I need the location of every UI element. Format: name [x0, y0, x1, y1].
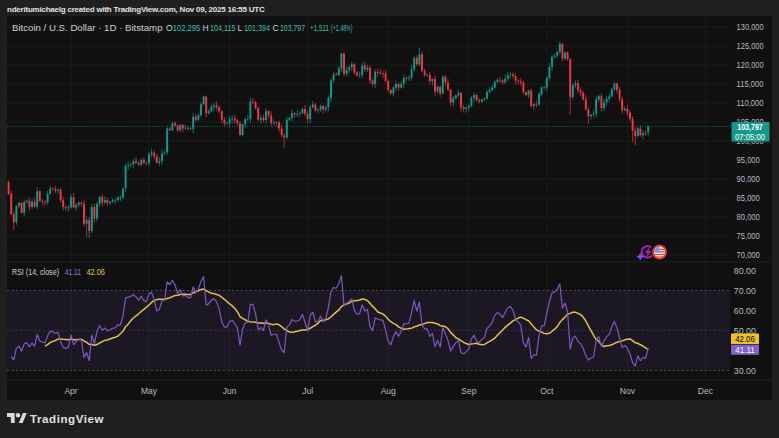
svg-text:42.06: 42.06	[735, 334, 755, 344]
svg-text:85,000: 85,000	[737, 193, 760, 203]
svg-text:Dec: Dec	[698, 386, 714, 396]
svg-text:130,000: 130,000	[737, 22, 764, 32]
svg-text:Nov: Nov	[620, 386, 636, 396]
svg-text:115,000: 115,000	[737, 79, 764, 89]
svg-text:60.00: 60.00	[734, 306, 756, 316]
svg-text:103,797: 103,797	[280, 23, 305, 33]
svg-text:90,000: 90,000	[737, 174, 760, 184]
svg-text:104,115: 104,115	[210, 23, 236, 33]
svg-text:42.06: 42.06	[86, 267, 105, 277]
svg-text:Aug: Aug	[381, 386, 396, 396]
svg-text:41.11: 41.11	[735, 345, 755, 355]
svg-text:Jun: Jun	[223, 386, 237, 396]
svg-text:07:05:00: 07:05:00	[735, 132, 765, 142]
svg-text:70.00: 70.00	[734, 286, 756, 296]
svg-text:Apr: Apr	[64, 386, 77, 396]
svg-text:80,000: 80,000	[737, 212, 760, 222]
svg-text:Bitcoin / U.S. Dollar · 1D · B: Bitcoin / U.S. Dollar · 1D · Bitstamp	[12, 23, 163, 33]
svg-text:101,394: 101,394	[244, 23, 270, 33]
svg-text:75,000: 75,000	[737, 231, 760, 241]
svg-text:41.11: 41.11	[65, 267, 81, 277]
svg-text:102,295: 102,295	[173, 23, 201, 33]
svg-text:80.00: 80.00	[734, 266, 756, 276]
svg-text:Sep: Sep	[461, 386, 476, 396]
svg-text:+1,511: +1,511	[310, 23, 329, 33]
svg-text:(+1.48%): (+1.48%)	[331, 23, 353, 33]
svg-text:H: H	[203, 23, 209, 33]
svg-text:RSI (14, close): RSI (14, close)	[12, 267, 59, 277]
svg-text:Jul: Jul	[302, 386, 313, 396]
svg-text:110,000: 110,000	[737, 98, 764, 108]
svg-text:120,000: 120,000	[737, 60, 764, 70]
svg-text:70,000: 70,000	[737, 250, 760, 260]
svg-text:Oct: Oct	[540, 386, 554, 396]
svg-text:May: May	[141, 386, 158, 396]
svg-text:L: L	[238, 23, 243, 33]
svg-text:95,000: 95,000	[737, 155, 760, 165]
svg-text:125,000: 125,000	[737, 41, 764, 51]
svg-text:30.00: 30.00	[734, 366, 756, 376]
svg-text:C: C	[273, 23, 279, 33]
